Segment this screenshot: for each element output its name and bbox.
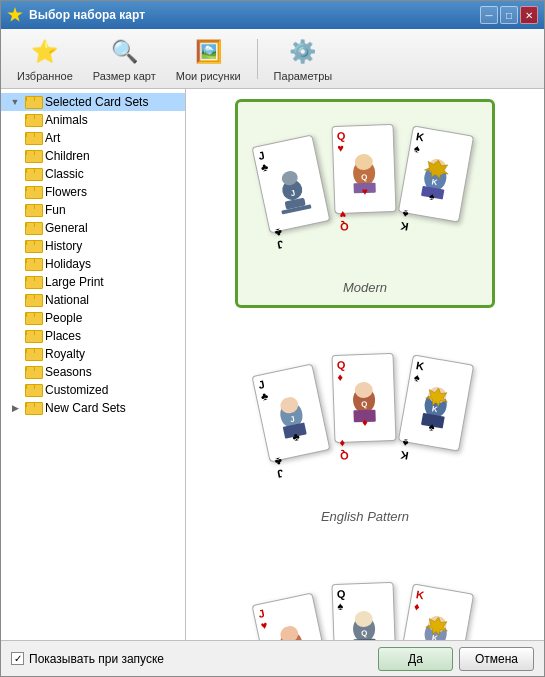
titlebar-controls: ─ □ ✕ bbox=[480, 6, 538, 24]
folder-icon-flowers bbox=[25, 186, 41, 199]
sidebar-label-art: Art bbox=[45, 131, 60, 145]
card-king-diamonds-3: K♦ K ♦ K♦ bbox=[398, 583, 474, 640]
sidebar-item-people[interactable]: People bbox=[1, 309, 185, 327]
show-startup-label: Показывать при запуске bbox=[29, 652, 164, 666]
main-content: ▼ Selected Card Sets Animals Art Childre… bbox=[1, 89, 544, 640]
card-set-english[interactable]: J♣ J ♣ J♣ bbox=[235, 328, 495, 537]
sidebar-label-children: Children bbox=[45, 149, 90, 163]
card-set-english-image: J♣ J ♣ J♣ bbox=[245, 341, 485, 501]
card-queen-spades-3: Q♠ Q ♠ Q♠ bbox=[331, 581, 396, 640]
favorites-label: Избранное bbox=[17, 70, 73, 82]
sidebar-label-selected: Selected Card Sets bbox=[45, 95, 148, 109]
sidebar-label-large-print: Large Print bbox=[45, 275, 104, 289]
card-size-icon: 🔍 bbox=[108, 36, 140, 68]
sidebar-item-holidays[interactable]: Holidays bbox=[1, 255, 185, 273]
svg-text:♥: ♥ bbox=[362, 186, 368, 197]
card-size-label: Размер карт bbox=[93, 70, 156, 82]
folder-icon-animals bbox=[25, 114, 41, 127]
ok-button[interactable]: Да bbox=[378, 647, 453, 671]
svg-point-23 bbox=[354, 381, 373, 398]
folder-icon-classic bbox=[25, 168, 41, 181]
cards-group-english: J♣ J ♣ J♣ bbox=[255, 349, 475, 494]
card-king-spades: K♠ K ♠ K♠ bbox=[398, 125, 474, 222]
settings-icon: ⚙️ bbox=[287, 36, 319, 68]
sidebar-label-royalty: Royalty bbox=[45, 347, 85, 361]
expand-arrow-selected: ▼ bbox=[9, 96, 21, 108]
card-set-modern-name: Modern bbox=[343, 280, 387, 295]
sidebar-item-flowers[interactable]: Flowers bbox=[1, 183, 185, 201]
window-icon bbox=[7, 7, 23, 23]
sidebar-item-history[interactable]: History bbox=[1, 237, 185, 255]
maximize-button[interactable]: □ bbox=[500, 6, 518, 24]
sidebar-label-classic: Classic bbox=[45, 167, 84, 181]
settings-label: Параметры bbox=[274, 70, 333, 82]
toolbar-card-size[interactable]: 🔍 Размер карт bbox=[85, 32, 164, 86]
toolbar-separator bbox=[257, 39, 258, 79]
folder-icon-seasons bbox=[25, 366, 41, 379]
card-jack-clubs: J♣ J J♣ bbox=[252, 134, 331, 233]
show-startup-checkbox[interactable]: ✓ bbox=[11, 652, 24, 665]
folder-icon-fun bbox=[25, 204, 41, 217]
folder-icon-art bbox=[25, 132, 41, 145]
card-set-english-name: English Pattern bbox=[321, 509, 409, 524]
expand-arrow-new: ▶ bbox=[9, 402, 21, 414]
sidebar-item-royalty[interactable]: Royalty bbox=[1, 345, 185, 363]
folder-icon-new bbox=[25, 402, 41, 415]
sidebar-label-holidays: Holidays bbox=[45, 257, 91, 271]
svg-point-7 bbox=[354, 153, 373, 170]
card-jack-hearts-3: J♥ J ♥ J♥ bbox=[252, 592, 331, 640]
svg-text:♠: ♠ bbox=[428, 420, 436, 433]
sidebar-label-people: People bbox=[45, 311, 82, 325]
sidebar-item-large-print[interactable]: Large Print bbox=[1, 273, 185, 291]
folder-icon-holidays bbox=[25, 258, 41, 271]
card-sets-content: J♣ J J♣ bbox=[186, 89, 544, 640]
folder-icon-places bbox=[25, 330, 41, 343]
sidebar-item-new-card-sets[interactable]: ▶ New Card Sets bbox=[1, 399, 185, 417]
sidebar-label-new: New Card Sets bbox=[45, 401, 126, 415]
toolbar-my-images[interactable]: 🖼️ Мои рисунки bbox=[168, 32, 249, 86]
sidebar-item-art[interactable]: Art bbox=[1, 129, 185, 147]
bottombar: ✓ Показывать при запуске Да Отмена bbox=[1, 640, 544, 676]
sidebar-label-fun: Fun bbox=[45, 203, 66, 217]
sidebar-item-selected[interactable]: ▼ Selected Card Sets bbox=[1, 93, 185, 111]
sidebar-item-seasons[interactable]: Seasons bbox=[1, 363, 185, 381]
main-window: Выбор набора карт ─ □ ✕ ⭐ Избранное 🔍 Ра… bbox=[0, 0, 545, 677]
svg-text:♦: ♦ bbox=[362, 416, 368, 428]
sidebar-label-flowers: Flowers bbox=[45, 185, 87, 199]
toolbar-settings[interactable]: ⚙️ Параметры bbox=[266, 32, 341, 86]
sidebar-item-general[interactable]: General bbox=[1, 219, 185, 237]
sidebar-label-history: History bbox=[45, 239, 82, 253]
svg-text:K: K bbox=[431, 633, 438, 640]
card-set-modern[interactable]: J♣ J J♣ bbox=[235, 99, 495, 308]
folder-icon-customized bbox=[25, 384, 41, 397]
sidebar-item-animals[interactable]: Animals bbox=[1, 111, 185, 129]
sidebar-item-customized[interactable]: Customized bbox=[1, 381, 185, 399]
cancel-button[interactable]: Отмена bbox=[459, 647, 534, 671]
sidebar-label-seasons: Seasons bbox=[45, 365, 92, 379]
sidebar-item-places[interactable]: Places bbox=[1, 327, 185, 345]
folder-icon-selected bbox=[25, 96, 41, 109]
my-images-icon: 🖼️ bbox=[192, 36, 224, 68]
card-queen-hearts: Q♥ Q ♥ Q♥ bbox=[331, 123, 396, 213]
card-set-modern-image: J♣ J J♣ bbox=[245, 112, 485, 272]
bottom-buttons: Да Отмена bbox=[378, 647, 534, 671]
toolbar-favorites[interactable]: ⭐ Избранное bbox=[9, 32, 81, 86]
card-set-third[interactable]: J♥ J ♥ J♥ bbox=[235, 557, 495, 640]
svg-point-34 bbox=[279, 624, 300, 640]
sidebar-item-children[interactable]: Children bbox=[1, 147, 185, 165]
close-button[interactable]: ✕ bbox=[520, 6, 538, 24]
window-title: Выбор набора карт bbox=[29, 8, 145, 22]
sidebar-item-classic[interactable]: Classic bbox=[1, 165, 185, 183]
svg-text:Q: Q bbox=[361, 629, 368, 638]
sidebar-label-animals: Animals bbox=[45, 113, 88, 127]
sidebar-item-national[interactable]: National bbox=[1, 291, 185, 309]
cards-group-third: J♥ J ♥ J♥ bbox=[255, 578, 475, 641]
sidebar-label-national: National bbox=[45, 293, 89, 307]
folder-icon-large-print bbox=[25, 276, 41, 289]
sidebar-label-general: General bbox=[45, 221, 88, 235]
sidebar-item-fun[interactable]: Fun bbox=[1, 201, 185, 219]
minimize-button[interactable]: ─ bbox=[480, 6, 498, 24]
card-queen-diamonds: Q♦ Q ♦ Q♦ bbox=[331, 352, 396, 442]
show-startup-section: ✓ Показывать при запуске bbox=[11, 652, 164, 666]
sidebar-label-customized: Customized bbox=[45, 383, 108, 397]
